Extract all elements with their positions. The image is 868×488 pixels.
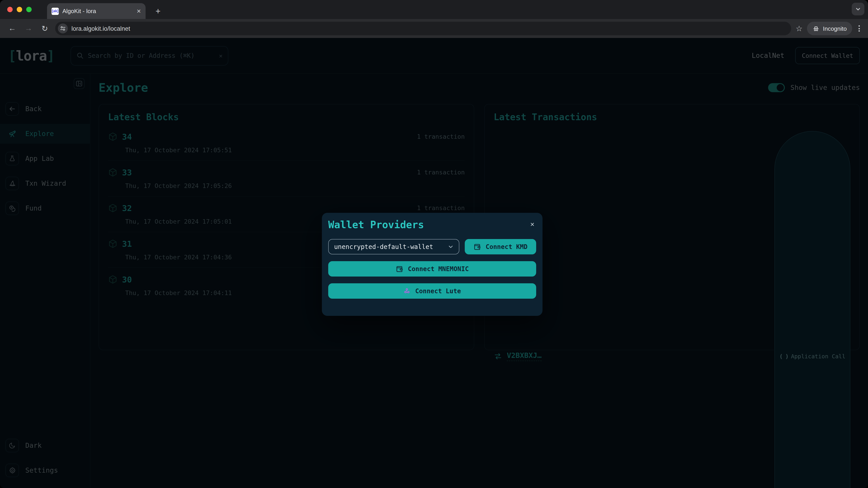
- wallet-providers-modal: Wallet Providers ✕ unencrypted-default-w…: [322, 213, 542, 316]
- address-bar[interactable]: lora.algokit.io/localnet: [55, 22, 791, 35]
- lute-icon: [403, 287, 411, 295]
- forward-button[interactable]: →: [23, 23, 34, 34]
- window-controls: [7, 7, 32, 12]
- wallet-select[interactable]: unencrypted-default-wallet: [328, 239, 459, 254]
- maximize-window-button[interactable]: [26, 7, 32, 12]
- wallet-icon: [396, 265, 403, 273]
- connect-mnemonic-button[interactable]: Connect MNEMONIC: [328, 261, 536, 276]
- connect-lute-button[interactable]: Connect Lute: [328, 283, 536, 299]
- wallet-icon: [473, 243, 481, 251]
- chevron-down-icon: [855, 6, 861, 12]
- wallet-select-value: unencrypted-default-wallet: [334, 243, 444, 250]
- bookmark-star-icon[interactable]: ☆: [796, 24, 803, 33]
- incognito-label: Incognito: [823, 25, 847, 32]
- site-info-icon[interactable]: [58, 24, 68, 33]
- tab-favicon: [ak]: [52, 7, 59, 15]
- url-text: lora.algokit.io/localnet: [71, 25, 130, 32]
- browser-menu-button[interactable]: [857, 25, 862, 32]
- modal-title: Wallet Providers: [328, 219, 424, 230]
- tab-strip: [ak] AlgoKit - lora ✕ +: [0, 0, 868, 19]
- connect-kmd-button[interactable]: Connect KMD: [465, 239, 536, 254]
- tab-search-button[interactable]: [852, 3, 864, 15]
- incognito-icon: [812, 25, 819, 32]
- tab-title: AlgoKit - lora: [62, 8, 133, 14]
- browser-toolbar: ← → ↻ lora.algokit.io/localnet ☆ Incogni…: [0, 19, 868, 38]
- lora-app: [lora] ✕ LocalNet Connect Wallet: [0, 38, 868, 488]
- browser-window: [ak] AlgoKit - lora ✕ + ← → ↻ lora.algok…: [0, 0, 868, 488]
- back-button[interactable]: ←: [6, 23, 18, 34]
- new-tab-button[interactable]: +: [156, 7, 160, 15]
- tab-close-icon[interactable]: ✕: [136, 8, 141, 14]
- browser-tab[interactable]: [ak] AlgoKit - lora ✕: [47, 3, 146, 19]
- reload-button[interactable]: ↻: [39, 23, 51, 34]
- incognito-badge: Incognito: [807, 22, 852, 35]
- minimize-window-button[interactable]: [17, 7, 22, 12]
- chevron-down-icon: [448, 244, 454, 250]
- modal-close-button[interactable]: ✕: [528, 219, 536, 229]
- close-window-button[interactable]: [7, 7, 13, 12]
